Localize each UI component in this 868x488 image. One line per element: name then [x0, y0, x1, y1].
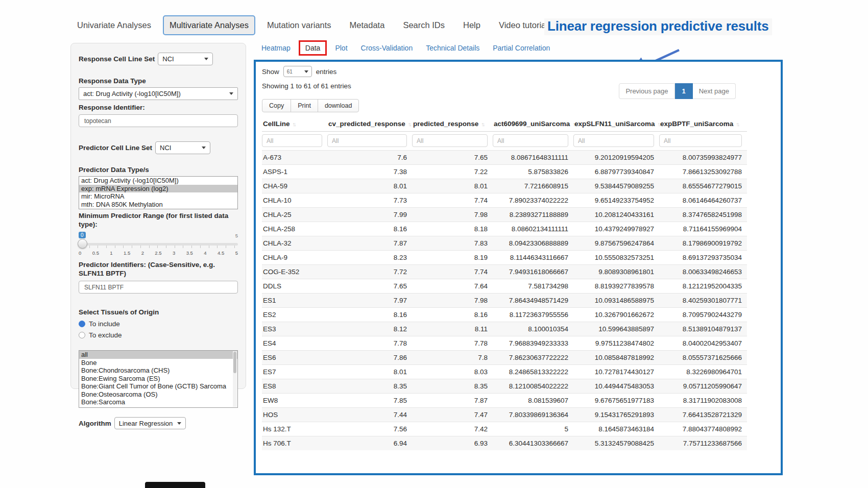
print-button[interactable]: Print [291, 99, 318, 112]
column-header-act609699-unisarcoma[interactable]: act609699_uniSarcoma↑↓ [493, 116, 573, 132]
list-option-bone-chondrosarcoma-chs[interactable]: Bone:Chondrosarcoma (CHS) [79, 367, 237, 375]
list-option-mir-microrna[interactable]: mir: MicroRNA [79, 192, 237, 201]
algorithm-select[interactable]: Linear Regression [114, 417, 186, 429]
cell-value: 7.47 [412, 408, 493, 422]
list-option-bone-ewing-sarcoma-es[interactable]: Bone:Ewing Sarcoma (ES) [79, 375, 237, 383]
table-row[interactable]: CHLA-2588.168.188.0860213411111110.43792… [262, 222, 747, 236]
nav-tab-mutation-variants[interactable]: Mutation variants [260, 15, 338, 35]
table-row[interactable]: DDLS7.657.647.5817342988.819392778395788… [262, 279, 747, 294]
table-row[interactable]: CHLA-98.238.198.1144634311666710.5550832… [262, 251, 747, 265]
table-row[interactable]: ES28.168.168.1172363795555610.3267901662… [262, 308, 747, 322]
table-row[interactable]: ES38.128.118.10001035410.5996438858978.5… [262, 322, 747, 336]
table-row[interactable]: ES67.867.87.8623063772222210.08584878189… [262, 351, 747, 365]
cell-value: 8.81939277839578 [573, 279, 659, 294]
nav-tab-search-ids[interactable]: Search IDs [396, 15, 451, 35]
table-row[interactable]: HOS7.447.477.803398691363649.15431765291… [262, 408, 747, 422]
tab-technical-details[interactable]: Technical Details [426, 44, 479, 52]
column-filter-input-cellline[interactable] [262, 134, 322, 147]
table-row[interactable]: CHLA-327.877.838.094233068888899.8756759… [262, 236, 747, 251]
response-data-type-select[interactable]: act: Drug Activity (-log10[IC50M]) [79, 87, 238, 100]
table-row[interactable]: Hs 706.T6.946.936.304413033666675.313245… [262, 436, 747, 451]
column-header-expslfn11-unisarcoma[interactable]: expSLFN11_uniSarcoma↑↓ [573, 116, 659, 132]
tab-heatmap[interactable]: Heatmap [261, 44, 291, 52]
page-1-button[interactable]: 1 [675, 83, 693, 99]
scrollbar[interactable] [233, 351, 237, 407]
column-header-predicted-response[interactable]: predicted_response↑↓ [412, 116, 493, 132]
cell-value: 9.87567596247864 [573, 236, 659, 251]
sort-icon[interactable]: ↑↓ [478, 121, 484, 127]
tab-partial-correlation[interactable]: Partial Correlation [493, 44, 550, 52]
table-row[interactable]: EW87.857.878.0815396079.676756519771838.… [262, 394, 747, 408]
column-filter-input-cv-predicted-response[interactable] [327, 134, 407, 147]
list-option-act-drug-activity-log10-ic50m[interactable]: act: Drug Activity (-log10[IC50M]) [79, 177, 237, 185]
nav-tab-univariate-analyses[interactable]: Univariate Analyses [70, 15, 158, 35]
list-option-bone-giant-cell-tumor-of-bone-gctb-sarcoma[interactable]: Bone:Giant Cell Tumor of Bone (GCTB) Sar… [79, 382, 237, 391]
nav-tab-help[interactable]: Help [456, 15, 487, 35]
table-row[interactable]: ASPS-17.387.225.8758338266.8879773934084… [262, 165, 747, 179]
copy-button[interactable]: Copy [262, 99, 291, 112]
table-row[interactable]: CHLA-257.997.988.2389327118888910.208124… [262, 208, 747, 222]
tissue-exclude-radio[interactable]: To exclude [79, 331, 238, 339]
previous-page-button[interactable]: Previous page [619, 83, 674, 99]
column-header-label: CellLine [263, 120, 290, 128]
list-option-bone-sarcoma[interactable]: Bone:Sarcoma [79, 398, 237, 406]
tab-cross-validation[interactable]: Cross-Validation [361, 44, 413, 52]
sort-icon[interactable]: ↑↓ [290, 121, 295, 127]
sort-icon[interactable]: ↑↓ [405, 121, 411, 127]
column-filter-input-predicted-response[interactable] [412, 134, 488, 147]
table-row[interactable]: COG-E-3527.727.747.949316180666679.80893… [262, 265, 747, 279]
table-row[interactable]: A-6737.67.658.086716483111119.2012091959… [262, 151, 747, 165]
cell-value: 8.37476582451998 [659, 208, 747, 222]
table-row[interactable]: ES88.358.358.1210085402222210.4494475483… [262, 379, 747, 394]
list-option-all[interactable]: all [79, 351, 237, 359]
column-header-cellline[interactable]: CellLine↑↓ [262, 116, 327, 132]
download-button[interactable]: download [318, 99, 359, 112]
table-row[interactable]: CHLA-107.737.747.890233740222229.6514923… [262, 193, 747, 208]
cell-value: 10.4494475483053 [573, 379, 659, 394]
cell-line-name: ES4 [262, 336, 327, 351]
entries-count-select[interactable]: 61 [283, 66, 312, 77]
column-header-expbptf-unisarcoma[interactable]: expBPTF_uniSarcoma↑↓ [659, 116, 747, 132]
table-row[interactable]: ES78.018.038.2486581332222210.7278174430… [262, 365, 747, 379]
list-option-exp-mrna-expression-log2[interactable]: exp: mRNA Expression (log2) [79, 185, 237, 193]
slider-handle[interactable] [78, 239, 87, 249]
response-cell-line-set-select[interactable]: NCI [158, 53, 213, 65]
table-row[interactable]: ES17.977.987.8643494857142910.0931486588… [262, 294, 747, 308]
cell-value: 8.06146464260737 [659, 193, 747, 208]
list-option-bone[interactable]: Bone [79, 359, 237, 367]
sort-icon[interactable]: ↑↓ [655, 121, 660, 127]
next-page-button[interactable]: Next page [693, 83, 736, 99]
table-row[interactable]: CHA-598.018.017.72166089159.538445790892… [262, 179, 747, 193]
list-option-mth-dna-850k-methylation[interactable]: mth: DNA 850K Methylation [79, 201, 237, 209]
predictor-cell-line-set-select[interactable]: NCI [155, 141, 210, 154]
radio-selected-icon [79, 321, 85, 327]
cell-value: 8.12100854022222 [493, 379, 573, 394]
tissue-include-radio[interactable]: To include [79, 320, 238, 328]
min-predictor-range-label: Minimum Predictor Range (for first liste… [79, 211, 238, 229]
predictor-identifiers-input[interactable] [79, 281, 238, 294]
app-window: Univariate AnalysesMultivariate Analyses… [0, 0, 868, 488]
column-header-cv-predicted-response[interactable]: cv_predicted_response↑↓ [327, 116, 412, 132]
column-filter-input-expbptf-unisarcoma[interactable] [659, 134, 742, 147]
chevron-down-icon [202, 147, 206, 149]
cell-value: 8.65554677279015 [659, 179, 747, 193]
column-filter-input-act609699-unisarcoma[interactable] [493, 134, 568, 147]
cell-value: 6.94 [327, 436, 412, 451]
tab-plot[interactable]: Plot [335, 44, 347, 52]
table-row[interactable]: ES47.787.787.968839492333339.97511238474… [262, 336, 747, 351]
scrollbar-thumb[interactable] [233, 352, 236, 373]
cell-value: 10.3267901662672 [573, 308, 659, 322]
list-option-peripheral-nervous-system[interactable]: Peripheral_Nervous_System [79, 406, 237, 408]
table-row[interactable]: Hs 132.T7.567.4258.16458734631847.880437… [262, 422, 747, 436]
cell-value: 8.01 [327, 365, 412, 379]
slider-tick-label: 0.5 [92, 250, 99, 256]
sort-icon[interactable]: ↑↓ [733, 121, 738, 127]
nav-tab-metadata[interactable]: Metadata [343, 15, 392, 35]
tab-data[interactable]: Data [299, 40, 327, 56]
response-identifier-input[interactable] [79, 114, 238, 127]
cell-value: 8.16 [412, 308, 493, 322]
column-filter-input-expslfn11-unisarcoma[interactable] [573, 134, 654, 147]
cell-value: 7.86230637722222 [493, 351, 573, 365]
list-option-bone-osteosarcoma-os[interactable]: Bone:Osteosarcoma (OS) [79, 391, 237, 399]
nav-tab-multivariate-analyses[interactable]: Multivariate Analyses [163, 15, 255, 35]
